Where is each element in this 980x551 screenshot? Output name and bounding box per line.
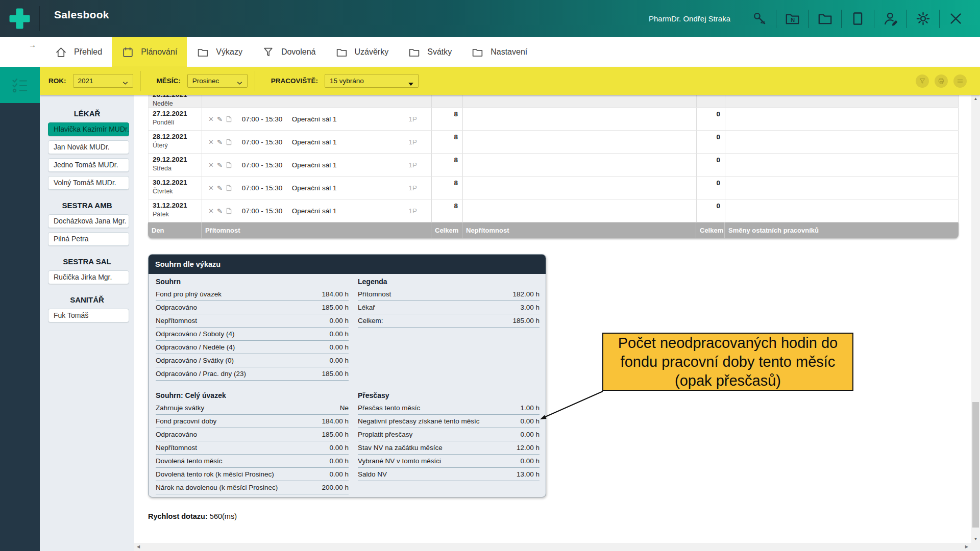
scroll-up-icon[interactable]: ▲: [971, 96, 980, 101]
note-icon[interactable]: [226, 116, 232, 122]
footer-col-1: Den: [148, 222, 202, 238]
summary-row: Lékař3.00 h: [358, 301, 540, 314]
vertical-scroll-thumb[interactable]: [972, 402, 979, 528]
day-cell: 26.12.2021 Neděle: [149, 95, 202, 107]
summary-label: Saldo NV: [358, 470, 387, 478]
sidebar-group: SANITÁŘFuk Tomáš: [40, 295, 134, 322]
edit-icon[interactable]: ✎: [217, 162, 223, 168]
tab-přehled[interactable]: Přehled: [45, 37, 112, 67]
shift-time: 07:00 - 15:30: [242, 161, 288, 169]
summary-row: Zahrnuje svátkyNe: [156, 402, 349, 415]
summary-row: Nepřítomnost0.00 h: [156, 441, 349, 455]
presence-cell: ✕✎07:00 - 15:30Operační sál 11P: [202, 108, 432, 130]
sidebar-item[interactable]: Volný Tomáš MUDr.: [48, 176, 129, 190]
menu-icon[interactable]: [953, 74, 967, 88]
sidebar-group-header: LÉKAŘ: [40, 109, 134, 118]
summary-row: Celkem:185.00 h: [358, 314, 540, 328]
note-icon[interactable]: [226, 208, 232, 214]
forward-arrow-icon[interactable]: →: [29, 40, 36, 49]
tab-svátky[interactable]: Svátky: [398, 37, 461, 67]
main-content: 26.12.2021 Neděle 27.12.2021Pondělí✕✎07:…: [134, 95, 980, 551]
workplace-value: 15 vybráno: [330, 77, 364, 85]
scroll-left-icon[interactable]: ◀: [137, 544, 140, 549]
presence-cell: ✕✎07:00 - 15:30Operační sál 11P: [202, 177, 432, 199]
summary-label: Lékař: [358, 304, 375, 311]
day-cell: 29.12.2021Středa: [149, 154, 202, 176]
edit-icon[interactable]: ✎: [217, 116, 223, 122]
window-icon[interactable]: [849, 10, 866, 27]
summary-value: 0.00 h: [329, 470, 349, 478]
shift-time: 07:00 - 15:30: [242, 207, 288, 215]
close-icon[interactable]: [947, 10, 964, 27]
absent-total-cell: [697, 95, 725, 107]
presence-cell: ✕✎07:00 - 15:30Operační sál 11P: [202, 199, 432, 222]
sidebar-item[interactable]: Jan Novák MUDr.: [48, 140, 129, 154]
summary-label: Odpracováno / Svátky (0): [156, 357, 234, 364]
summary-label: Odpracováno / Soboty (4): [156, 330, 235, 338]
print-icon[interactable]: [935, 74, 948, 88]
delete-icon[interactable]: ✕: [208, 162, 214, 168]
scroll-down-icon[interactable]: ▼: [971, 537, 980, 541]
folder-new-icon[interactable]: N: [784, 10, 801, 27]
filter-icon[interactable]: [916, 74, 929, 88]
delete-icon[interactable]: ✕: [208, 208, 214, 214]
table-row: 27.12.2021Pondělí✕✎07:00 - 15:30Operační…: [148, 108, 959, 131]
calendar-icon: [121, 46, 134, 59]
sidebar-item[interactable]: Ručička Jirka Mgr.: [48, 270, 129, 284]
tab-dovolená[interactable]: Dovolená: [252, 37, 326, 67]
delete-icon[interactable]: ✕: [208, 185, 214, 191]
others-cell: [725, 154, 959, 176]
delete-icon[interactable]: ✕: [208, 139, 214, 145]
absence-cell: [463, 199, 697, 222]
year-select[interactable]: 2021: [73, 74, 133, 88]
settings-icon[interactable]: [915, 10, 932, 27]
present-total: 8: [454, 110, 458, 130]
summary-value: 185.00 h: [322, 431, 349, 438]
edit-icon[interactable]: ✎: [217, 185, 223, 191]
horizontal-scrollbar[interactable]: ◀ ▶: [134, 543, 971, 551]
folder-icon[interactable]: [817, 10, 834, 27]
month-select[interactable]: Prosinec: [187, 74, 248, 88]
table-row: 29.12.2021Středa✕✎07:00 - 15:30Operační …: [148, 154, 959, 177]
summary-label: Nárok na dovolenou (k měsíci Prosinec): [156, 484, 278, 491]
delete-icon[interactable]: ✕: [208, 116, 214, 122]
sidebar-item[interactable]: Jedno Tomáš MUDr.: [48, 158, 129, 172]
user-name[interactable]: PharmDr. Ondřej Straka: [649, 14, 730, 23]
sidebar-item[interactable]: Pilná Petra: [48, 232, 129, 246]
workplace-select[interactable]: 15 vybráno: [325, 74, 419, 88]
note-icon[interactable]: [226, 139, 232, 145]
scroll-right-icon[interactable]: ▶: [965, 544, 968, 549]
vertical-scrollbar[interactable]: ▲ ▼: [971, 95, 980, 543]
tab-výkazy[interactable]: Výkazy: [187, 37, 252, 67]
sidebar-item[interactable]: Docházková Jana Mgr.: [48, 214, 129, 228]
key-icon[interactable]: [751, 10, 768, 27]
row-date: 28.12.2021: [153, 133, 198, 140]
funnel-icon: [262, 46, 275, 59]
user-icon[interactable]: [882, 10, 899, 27]
summary-block-prescasy: PřesčasyPřesčas tento měsíc1.00 hNegativ…: [358, 391, 540, 481]
tab-nastavení[interactable]: Nastavení: [461, 37, 537, 67]
day-cell: 31.12.2021Pátek: [149, 199, 202, 222]
absent-total-cell: 0: [697, 131, 725, 153]
caret-down-icon: [408, 80, 413, 83]
topbar-divider: [776, 10, 776, 28]
presence-cell: [202, 95, 432, 107]
row-day: Úterý: [153, 142, 198, 149]
sidebar-item[interactable]: Hlavička Kazimír MUDr.: [48, 122, 129, 136]
sidebar-toggle-button[interactable]: [0, 67, 40, 103]
left-rail: [0, 103, 40, 551]
sidebar-group-header: SESTRA AMB: [40, 201, 134, 210]
sidebar-item[interactable]: Fuk Tomáš: [48, 309, 129, 322]
note-icon[interactable]: [226, 185, 232, 191]
note-icon[interactable]: [226, 162, 232, 168]
summary-label: Odpracováno: [156, 304, 197, 311]
summary-title: Souhrn dle výkazu: [149, 255, 546, 274]
absence-cell: [463, 95, 697, 107]
row-date: 27.12.2021: [153, 110, 198, 117]
edit-icon[interactable]: ✎: [217, 139, 223, 145]
shift-time: 07:00 - 15:30: [242, 184, 288, 192]
tab-plánování[interactable]: Plánování: [112, 37, 187, 67]
edit-icon[interactable]: ✎: [217, 208, 223, 214]
tab-uzávěrky[interactable]: Uzávěrky: [326, 37, 399, 67]
shift-time: 07:00 - 15:30: [242, 138, 288, 146]
